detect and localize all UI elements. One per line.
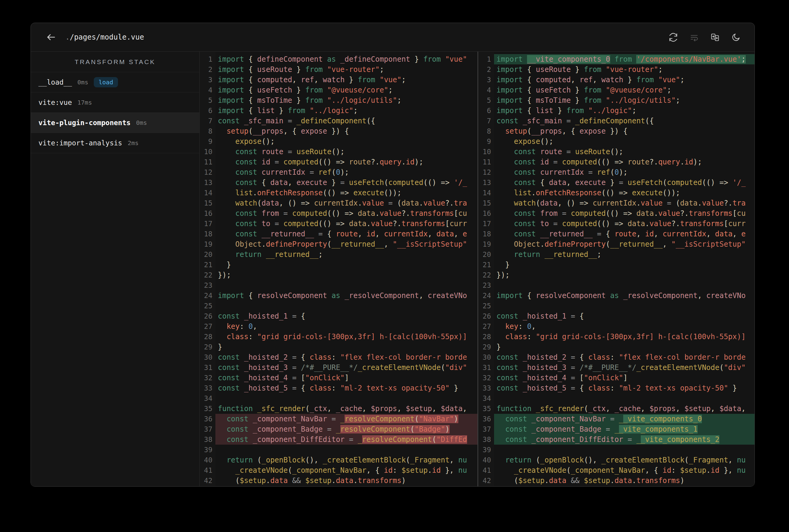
plugin-time: 0ms bbox=[136, 119, 147, 126]
line-number: 5 bbox=[200, 95, 213, 106]
code-line: const currentIdx = ref(0); bbox=[494, 167, 754, 177]
line-number: 22 bbox=[200, 270, 213, 280]
dark-mode-icon[interactable] bbox=[731, 33, 740, 42]
line-number: 40 bbox=[478, 455, 491, 465]
code-line: key: 0, bbox=[494, 321, 754, 331]
line-number: 15 bbox=[200, 198, 213, 208]
line-number: 14 bbox=[200, 188, 213, 198]
code-line: const to = computed(() => data.value?.tr… bbox=[494, 218, 754, 229]
sidebar-item-vite-vue[interactable]: vite:vue17ms bbox=[31, 93, 199, 113]
code-line bbox=[494, 393, 754, 403]
side-by-side-icon[interactable] bbox=[710, 33, 720, 42]
plugin-name: vite:import-analysis bbox=[38, 139, 122, 147]
transform-stack-sidebar: TRANSFORM STACK __load__0msloadvite:vue1… bbox=[31, 52, 200, 486]
line-number: 19 bbox=[200, 239, 213, 249]
line-number: 5 bbox=[478, 95, 491, 106]
sidebar-title: TRANSFORM STACK bbox=[31, 52, 199, 72]
gutter-left: 1234567891011121314151617181920212223242… bbox=[200, 52, 215, 486]
code-line: import { list } from "../logic"; bbox=[494, 106, 754, 116]
line-number: 7 bbox=[200, 116, 213, 126]
line-wrap-icon[interactable] bbox=[690, 33, 699, 42]
line-number: 36 bbox=[478, 414, 491, 424]
line-number: 4 bbox=[478, 85, 491, 95]
line-number: 34 bbox=[478, 393, 491, 403]
sidebar-item-vite-import-analysis[interactable]: vite:import-analysis2ms bbox=[31, 133, 199, 153]
code-line: const _component_Badge = _resolveCompone… bbox=[215, 424, 477, 434]
plugin-name: __load__ bbox=[38, 78, 72, 86]
code-line: setup(__props, { expose }) { bbox=[215, 126, 477, 136]
gutter-right: 1234567891011121314151617181920212223242… bbox=[478, 52, 494, 486]
line-number: 37 bbox=[478, 424, 491, 434]
line-number: 3 bbox=[478, 75, 491, 85]
code-line: class: "grid grid-cols-[300px,3fr] h-[ca… bbox=[494, 331, 754, 342]
code-line: } bbox=[215, 260, 477, 270]
line-number: 4 bbox=[200, 85, 213, 95]
line-number: 35 bbox=[478, 403, 491, 414]
line-number: 36 bbox=[200, 414, 213, 424]
code-line: import __vite_components_0 from '/compon… bbox=[494, 54, 754, 64]
diff-view: 1234567891011121314151617181920212223242… bbox=[200, 52, 754, 486]
line-number: 38 bbox=[478, 434, 491, 445]
code-line: const route = useRoute(); bbox=[215, 147, 477, 157]
code-line: key: 0, bbox=[215, 321, 477, 331]
code-line: const id = computed(() => route?.query.i… bbox=[215, 157, 477, 167]
code-line: const _component_Badge = __vite_componen… bbox=[494, 424, 754, 434]
line-number: 30 bbox=[200, 352, 213, 362]
refresh-icon[interactable] bbox=[668, 33, 678, 42]
line-number: 23 bbox=[200, 280, 213, 290]
code-line: import { msToTime } from "../logic/utils… bbox=[215, 95, 477, 106]
line-number: 21 bbox=[200, 260, 213, 270]
sidebar-item-load[interactable]: __load__0msload bbox=[31, 72, 199, 93]
diff-pane-right[interactable]: 1234567891011121314151617181920212223242… bbox=[478, 52, 754, 486]
code-line: import { msToTime } from "../logic/utils… bbox=[494, 95, 754, 106]
code-line: watch(data, () => currentIdx.value = (da… bbox=[215, 198, 477, 208]
code-line: import { defineComponent as _defineCompo… bbox=[215, 54, 477, 64]
code-line: }); bbox=[494, 270, 754, 280]
code-line: class: "grid grid-cols-[300px,3fr] h-[ca… bbox=[215, 331, 477, 342]
line-number: 33 bbox=[478, 383, 491, 393]
code-line bbox=[494, 301, 754, 311]
line-number: 12 bbox=[478, 167, 491, 177]
line-number: 25 bbox=[478, 301, 491, 311]
code-line: const { data, execute } = useFetch(compu… bbox=[215, 177, 477, 188]
code-line: import { resolveComponent as _resolveCom… bbox=[215, 290, 477, 301]
code-line: import { computed, ref, watch } from "vu… bbox=[215, 75, 477, 85]
line-number: 29 bbox=[478, 342, 491, 352]
code-line: expose(); bbox=[494, 136, 754, 147]
line-number: 12 bbox=[200, 167, 213, 177]
code-line: const from = computed(() => data.value?.… bbox=[215, 208, 477, 218]
app-window: ./pages/module.vue TRANSFORM STACK __loa… bbox=[31, 23, 755, 487]
line-number: 19 bbox=[478, 239, 491, 249]
code-line: const _hoisted_1 = { bbox=[215, 311, 477, 321]
line-number: 11 bbox=[478, 157, 491, 167]
line-number: 17 bbox=[200, 218, 213, 229]
code-line: const _hoisted_3 = /*#__PURE__*/_createE… bbox=[215, 362, 477, 373]
plugin-time: 0ms bbox=[77, 79, 88, 86]
sidebar-item-vite-plugin-components[interactable]: vite-plugin-components0ms bbox=[31, 113, 199, 133]
line-number: 38 bbox=[200, 434, 213, 445]
file-path-prefix: . bbox=[65, 33, 70, 41]
back-arrow-icon[interactable] bbox=[46, 32, 56, 42]
code-line: } bbox=[215, 342, 477, 352]
code-line: const from = computed(() => data.value?.… bbox=[494, 208, 754, 218]
diff-pane-left[interactable]: 1234567891011121314151617181920212223242… bbox=[200, 52, 477, 486]
line-number: 23 bbox=[478, 280, 491, 290]
code-line: import { useRoute } from "vue-router"; bbox=[494, 64, 754, 75]
code-line: list.onFetchResponse(() => execute()); bbox=[215, 188, 477, 198]
line-number: 32 bbox=[478, 373, 491, 383]
code-line: const id = computed(() => route?.query.i… bbox=[494, 157, 754, 167]
code-line: } bbox=[494, 260, 754, 270]
code-line: return __returned__; bbox=[494, 249, 754, 260]
line-number: 18 bbox=[478, 229, 491, 239]
line-number: 2 bbox=[200, 64, 213, 75]
code-line: _createVNode(_component_NavBar, { id: $s… bbox=[494, 465, 754, 475]
code-line: list.onFetchResponse(() => execute()); bbox=[494, 188, 754, 198]
line-number: 26 bbox=[200, 311, 213, 321]
code-col-right: import __vite_components_0 from '/compon… bbox=[494, 52, 754, 486]
line-number: 30 bbox=[478, 352, 491, 362]
line-number: 37 bbox=[200, 424, 213, 434]
code-line: const _component_NavBar = __vite_compone… bbox=[494, 414, 754, 424]
code-line: const _hoisted_5 = { class: "ml-2 text-x… bbox=[494, 383, 754, 393]
titlebar: ./pages/module.vue bbox=[31, 23, 754, 52]
code-line: expose(); bbox=[215, 136, 477, 147]
